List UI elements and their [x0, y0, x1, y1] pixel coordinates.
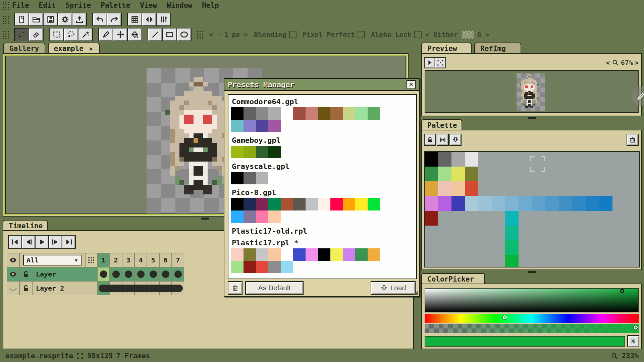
timeline-tab[interactable]: Timeline: [3, 220, 48, 231]
rect-select-button[interactable]: [49, 28, 64, 41]
frame-cell[interactable]: [147, 267, 159, 281]
preset-color-swatch[interactable]: [268, 172, 281, 184]
preset-entry[interactable]: Grayscale.gpl: [231, 162, 414, 184]
palette-swatch[interactable]: [505, 211, 519, 226]
frame-header-6[interactable]: 6: [159, 253, 172, 267]
menu-palette[interactable]: Palette: [101, 1, 130, 9]
frame-header-1[interactable]: 1: [97, 253, 110, 267]
palette-swatch[interactable]: [425, 211, 438, 226]
layer-filter-dropdown[interactable]: All▾: [23, 255, 82, 265]
preset-color-swatch[interactable]: [244, 261, 256, 273]
preset-color-swatch[interactable]: [306, 248, 318, 261]
as-default-button[interactable]: As Default: [245, 281, 304, 295]
palette-swatch[interactable]: [519, 196, 532, 211]
tools-toolbar-grip[interactable]: [2, 30, 9, 39]
palette-colorpicker-divider[interactable]: [528, 271, 536, 273]
hue-slider[interactable]: [425, 314, 639, 323]
preset-color-swatch[interactable]: [330, 248, 343, 261]
frame-header-4[interactable]: 4: [135, 253, 147, 267]
palette-swatch[interactable]: [451, 152, 465, 167]
preset-entry[interactable]: Commodore64.gpl: [231, 98, 414, 132]
alpha-marker[interactable]: [634, 325, 638, 329]
layer-lock-toggle[interactable]: [19, 267, 32, 281]
menu-window[interactable]: Window: [167, 1, 192, 9]
palette-swatch[interactable]: [505, 255, 519, 267]
palette-swatch[interactable]: [505, 226, 519, 240]
palette-grid[interactable]: [424, 151, 640, 267]
preset-color-swatch[interactable]: [330, 107, 343, 120]
alpha-slider[interactable]: [425, 324, 639, 333]
export-up-button[interactable]: [72, 13, 87, 26]
frame-header-2[interactable]: 2: [110, 253, 122, 267]
all-layers-visibility-toggle[interactable]: [7, 253, 19, 267]
menu-help[interactable]: Help: [202, 1, 219, 9]
line-button[interactable]: [148, 28, 163, 41]
preset-color-swatch[interactable]: [343, 107, 355, 120]
redo-button[interactable]: [107, 13, 122, 26]
preset-color-swatch[interactable]: [330, 198, 343, 210]
canvas-timeline-divider[interactable]: [201, 218, 209, 220]
symmetry-button[interactable]: [142, 13, 157, 26]
colorpicker-panel-tab[interactable]: ColorPicker: [421, 273, 485, 284]
palette-swatch[interactable]: [545, 196, 559, 211]
palette-swatch[interactable]: [438, 181, 451, 196]
frame-header-7[interactable]: 7: [172, 253, 184, 267]
preview-zoom-in[interactable]: >: [635, 59, 639, 67]
preview-zoom-out[interactable]: <: [606, 59, 610, 67]
preset-color-swatch[interactable]: [231, 261, 244, 273]
preset-color-swatch[interactable]: [318, 248, 330, 261]
preset-color-swatch[interactable]: [268, 261, 281, 273]
preset-color-swatch[interactable]: [318, 107, 330, 120]
frame-cell[interactable]: [110, 267, 122, 281]
palette-swatch[interactable]: [451, 167, 465, 181]
preset-color-swatch[interactable]: [268, 248, 281, 261]
preset-color-swatch[interactable]: [268, 146, 281, 158]
tool-options-grip[interactable]: [196, 30, 204, 39]
step-forward-button[interactable]: [48, 235, 62, 249]
palette-swatch[interactable]: [425, 167, 438, 181]
dither-pattern-swatch[interactable]: [461, 30, 474, 39]
preset-color-swatch[interactable]: [368, 107, 380, 120]
preset-color-swatch[interactable]: [244, 146, 256, 158]
tab-preview[interactable]: Preview: [421, 43, 472, 54]
grid-view-button[interactable]: [127, 13, 142, 26]
settings-gear-button[interactable]: [57, 13, 72, 26]
palette-swatch[interactable]: [599, 196, 612, 211]
palette-swatch[interactable]: [572, 196, 586, 211]
palette-swatch[interactable]: [465, 196, 478, 211]
palette-swatch[interactable]: [505, 196, 519, 211]
preset-color-swatch[interactable]: [343, 248, 355, 261]
doc-tab-example[interactable]: example✕: [48, 43, 100, 54]
open-folder-button[interactable]: [29, 13, 44, 26]
preset-color-swatch[interactable]: [268, 120, 281, 132]
dialog-resize-handle[interactable]: [414, 291, 418, 295]
preset-color-swatch[interactable]: [293, 248, 306, 261]
preset-color-swatch[interactable]: [244, 172, 256, 184]
play-button[interactable]: [35, 235, 49, 249]
palette-swatch[interactable]: [492, 196, 505, 211]
adjust-sliders-button[interactable]: [156, 13, 171, 26]
preset-entry[interactable]: Pico-8.gpl: [231, 188, 414, 223]
preset-color-swatch[interactable]: [281, 261, 293, 273]
preset-delete-button[interactable]: [228, 281, 243, 295]
palette-swatch[interactable]: [425, 152, 438, 167]
skip-end-button[interactable]: [62, 235, 76, 249]
preset-entry[interactable]: Plastic17.rpl *: [231, 239, 414, 273]
palette-trash-button[interactable]: [627, 134, 639, 146]
saturation-value-box[interactable]: [425, 288, 639, 312]
preset-color-swatch[interactable]: [368, 248, 380, 261]
main-toolbar-grip[interactable]: [2, 15, 9, 24]
palette-swatch[interactable]: [478, 196, 492, 211]
preset-color-swatch[interactable]: [318, 198, 330, 210]
eraser-button[interactable]: [29, 28, 44, 41]
pencil-button[interactable]: [14, 28, 29, 41]
rectangle-button[interactable]: [162, 28, 177, 41]
preset-color-swatch[interactable]: [231, 198, 244, 210]
preset-color-swatch[interactable]: [306, 198, 318, 210]
preset-color-swatch[interactable]: [281, 107, 293, 120]
preset-color-swatch[interactable]: [268, 210, 281, 223]
layer-visibility-toggle[interactable]: [7, 267, 19, 281]
palette-swatch[interactable]: [532, 196, 545, 211]
preset-color-swatch[interactable]: [231, 172, 244, 184]
sv-marker[interactable]: [620, 289, 624, 293]
